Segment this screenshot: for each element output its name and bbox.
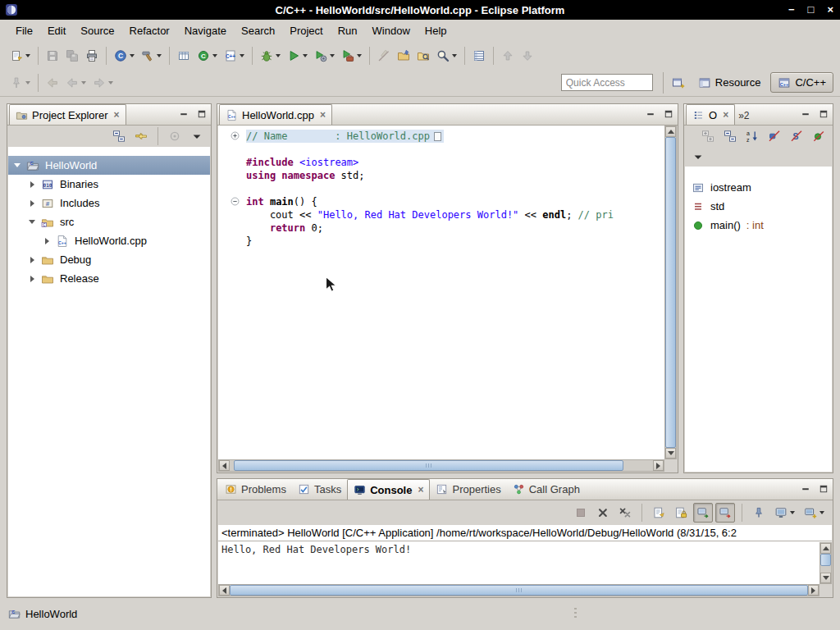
outline-item-std[interactable]: std (685, 197, 832, 216)
remove-launch-button[interactable] (593, 503, 613, 523)
tree-item-release[interactable]: Release (8, 269, 210, 288)
scroll-right-button[interactable] (808, 585, 819, 596)
dropdown-caret-icon[interactable] (81, 81, 86, 84)
scroll-right-button[interactable] (653, 460, 664, 471)
dropdown-caret-icon[interactable] (212, 54, 217, 57)
maximize-view-icon[interactable] (819, 109, 829, 119)
search-button[interactable] (433, 46, 460, 66)
tab-console[interactable]: Console× (347, 479, 430, 500)
new-cpp-project-button[interactable]: C (111, 46, 138, 66)
hide-non-public-button[interactable] (809, 126, 829, 146)
scroll-left-button[interactable] (219, 460, 230, 471)
tree-item-helloworld[interactable]: CHelloWorld (8, 156, 210, 175)
close-tab-icon[interactable]: × (418, 484, 423, 495)
expand-arrow-icon[interactable] (26, 179, 38, 190)
scroll-up-button[interactable] (665, 126, 676, 137)
expand-arrow-icon[interactable] (26, 198, 38, 209)
expand-arrow-icon[interactable] (26, 273, 38, 285)
new-cpp-class-button[interactable]: C++ (221, 46, 248, 66)
scrollbar-track[interactable] (665, 137, 676, 448)
collapse-arrow-icon[interactable] (26, 217, 38, 228)
tab-properties[interactable]: Properties (430, 479, 506, 500)
new-source-file-button[interactable] (174, 46, 194, 66)
close-tab-icon[interactable]: × (723, 109, 728, 121)
forward-button[interactable] (89, 73, 116, 93)
scroll-down-button[interactable] (665, 448, 676, 459)
tab-project-explorer[interactable]: Project Explorer × (9, 104, 126, 125)
open-resource-button[interactable] (413, 46, 433, 66)
tree-item-helloworld-cpp[interactable]: C++HelloWorld.cpp (8, 231, 210, 250)
print-button[interactable] (82, 46, 102, 66)
fold-collapse-icon[interactable] (231, 197, 240, 206)
display-console-button[interactable] (771, 503, 798, 523)
open-element-button[interactable] (394, 46, 413, 66)
tab-call-graph[interactable]: Call Graph (507, 479, 586, 500)
view-stack-overflow-button[interactable]: »2 (738, 110, 749, 125)
scrollbar-thumb[interactable] (234, 460, 623, 471)
mark-occurrences-button[interactable] (374, 46, 394, 66)
dropdown-caret-icon[interactable] (330, 54, 335, 57)
dropdown-caret-icon[interactable] (790, 511, 795, 514)
save-button[interactable] (43, 46, 62, 66)
profile-button[interactable] (311, 46, 338, 66)
scroll-down-button[interactable] (820, 573, 831, 583)
collapse-arrow-icon[interactable] (11, 160, 23, 171)
dropdown-caret-icon[interactable] (25, 54, 30, 57)
maximize-window-button[interactable]: □ (808, 0, 815, 20)
dropdown-caret-icon[interactable] (819, 511, 824, 514)
view-menu-button[interactable] (688, 147, 708, 167)
menu-project[interactable]: Project (282, 21, 330, 40)
menu-refactor[interactable]: Refactor (122, 21, 177, 40)
run-button[interactable] (284, 46, 311, 66)
code-editor[interactable]: // Name : HelloWorld.cpp#include <iostre… (218, 126, 664, 459)
scroll-lock-button[interactable] (671, 503, 691, 523)
last-edit-location-button[interactable] (43, 73, 62, 93)
console-horizontal-scrollbar[interactable] (218, 584, 819, 596)
quick-access-input[interactable] (561, 74, 653, 91)
expand-arrow-icon[interactable] (26, 254, 38, 266)
hide-static-button[interactable]: S (787, 126, 806, 146)
pin-console-button[interactable] (749, 503, 769, 523)
scrollbar-track[interactable] (230, 460, 653, 471)
scroll-up-button[interactable] (820, 543, 831, 554)
save-all-button[interactable] (62, 46, 82, 66)
dropdown-caret-icon[interactable] (240, 54, 244, 57)
show-stdout-button[interactable] (693, 503, 713, 523)
tab-editor-helloworld-cpp[interactable]: C++ HelloWorld.cpp × (219, 104, 332, 125)
dropdown-caret-icon[interactable] (130, 54, 135, 57)
clear-console-button[interactable] (649, 503, 669, 523)
hide-fields-button[interactable] (765, 126, 784, 146)
menu-file[interactable]: File (8, 21, 40, 40)
focus-view-button[interactable] (165, 126, 185, 146)
show-annotations-button[interactable] (469, 46, 489, 66)
minimize-view-icon[interactable] (646, 109, 655, 119)
open-perspective-button[interactable] (669, 73, 688, 93)
dropdown-caret-icon[interactable] (452, 54, 457, 57)
outline-item-main[interactable]: main() : int (685, 216, 832, 235)
tree-item-debug[interactable]: Debug (8, 250, 210, 269)
build-all-button[interactable] (138, 46, 165, 66)
tab-problems[interactable]: Problems (219, 479, 292, 500)
external-tools-button[interactable] (338, 46, 365, 66)
dropdown-caret-icon[interactable] (25, 81, 30, 84)
menu-help[interactable]: Help (418, 21, 454, 40)
debug-button[interactable] (257, 46, 284, 66)
dropdown-caret-icon[interactable] (357, 54, 362, 57)
new-wizard-button[interactable] (7, 46, 34, 66)
tree-item-includes[interactable]: #Includes (8, 194, 210, 212)
maximize-view-icon[interactable] (664, 109, 673, 119)
editor-vertical-scrollbar[interactable] (664, 126, 677, 459)
scrollbar-track[interactable] (820, 554, 831, 573)
scroll-left-button[interactable] (219, 585, 230, 596)
scrollbar-thumb[interactable] (820, 554, 831, 565)
maximize-view-icon[interactable] (819, 484, 829, 494)
dropdown-caret-icon[interactable] (276, 54, 281, 57)
sash-grip[interactable] (574, 608, 577, 619)
terminate-button[interactable] (571, 503, 591, 523)
menu-source[interactable]: Source (73, 21, 121, 40)
close-tab-icon[interactable]: × (113, 109, 119, 121)
remove-all-terminated-button[interactable] (615, 503, 635, 523)
expand-all-button[interactable] (698, 126, 718, 146)
perspective-resource-button[interactable]: Resource (691, 72, 769, 93)
close-window-button[interactable]: × (827, 0, 833, 20)
